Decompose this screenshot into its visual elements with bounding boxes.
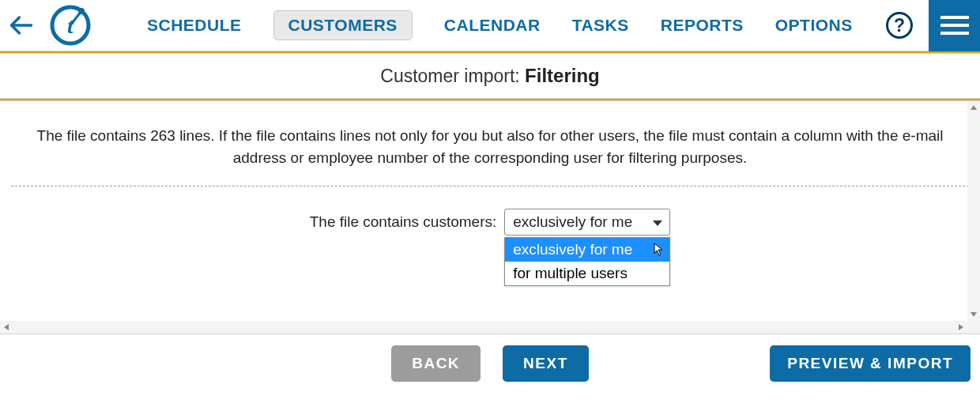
footer-actions: BACK NEXT PREVIEW & IMPORT — [0, 334, 980, 393]
svg-marker-9 — [654, 243, 662, 255]
preview-import-button[interactable]: PREVIEW & IMPORT — [770, 345, 971, 382]
svg-marker-13 — [959, 324, 963, 330]
svg-marker-11 — [971, 312, 977, 317]
form-row: The file contains customers: exclusively… — [11, 209, 969, 236]
hamburger-menu-icon[interactable] — [929, 0, 980, 51]
dropdown-option-multiple[interactable]: for multiple users — [505, 262, 669, 285]
svg-rect-5 — [940, 16, 969, 19]
nav-schedule[interactable]: SCHEDULE — [147, 16, 242, 35]
header-right: ? — [886, 0, 980, 51]
page-title: Customer import: Filtering — [0, 53, 980, 99]
logo-icon: t — [49, 4, 92, 47]
svg-marker-10 — [971, 105, 977, 110]
nav-calendar[interactable]: CALENDAR — [444, 16, 541, 35]
divider — [11, 186, 969, 187]
nav-customers[interactable]: CUSTOMERS — [273, 10, 413, 40]
svg-marker-8 — [653, 220, 662, 226]
cursor-icon — [654, 243, 665, 261]
main-scroll: The file contains 263 lines. If the file… — [2, 101, 978, 236]
title-bold: Filtering — [525, 65, 600, 86]
back-button[interactable]: BACK — [391, 345, 481, 382]
title-prefix: Customer import: — [380, 66, 525, 86]
scroll-down-icon[interactable] — [967, 308, 980, 321]
option-label: for multiple users — [513, 265, 628, 281]
scroll-left-icon[interactable] — [0, 321, 13, 334]
scroll-up-icon[interactable] — [967, 101, 980, 114]
svg-text:t: t — [67, 13, 74, 38]
svg-rect-7 — [940, 32, 969, 35]
nav-reports[interactable]: REPORTS — [661, 16, 744, 35]
vertical-scrollbar[interactable] — [967, 101, 980, 321]
scroll-right-icon[interactable] — [955, 321, 967, 334]
app-header: t SCHEDULE CUSTOMERS CALENDAR TASKS REPO… — [0, 0, 980, 51]
help-icon[interactable]: ? — [886, 12, 913, 39]
main-nav: SCHEDULE CUSTOMERS CALENDAR TASKS REPORT… — [147, 10, 853, 40]
next-button[interactable]: NEXT — [503, 345, 589, 382]
page-title-section: Customer import: Filtering — [0, 51, 980, 100]
main-content: The file contains 263 lines. If the file… — [0, 100, 980, 334]
customers-for-select[interactable]: exclusively for me — [504, 209, 670, 236]
header-left: t — [0, 4, 92, 47]
back-arrow-icon[interactable] — [8, 12, 35, 39]
horizontal-scrollbar[interactable] — [0, 321, 980, 334]
dropdown-option-exclusively[interactable]: exclusively for me — [505, 238, 669, 262]
intro-text: The file contains 263 lines. If the file… — [11, 125, 969, 168]
select-value: exclusively for me — [513, 213, 632, 230]
option-label: exclusively for me — [513, 241, 632, 258]
dropdown-label: The file contains customers: — [310, 213, 497, 231]
chevron-down-icon — [652, 213, 663, 231]
svg-marker-12 — [4, 324, 9, 330]
nav-options[interactable]: OPTIONS — [775, 16, 853, 35]
svg-rect-6 — [940, 24, 969, 27]
customers-for-select-wrapper: exclusively for me exclusively for me — [504, 209, 670, 236]
nav-tasks[interactable]: TASKS — [572, 16, 629, 35]
customers-for-dropdown: exclusively for me for multiple users — [504, 237, 670, 286]
